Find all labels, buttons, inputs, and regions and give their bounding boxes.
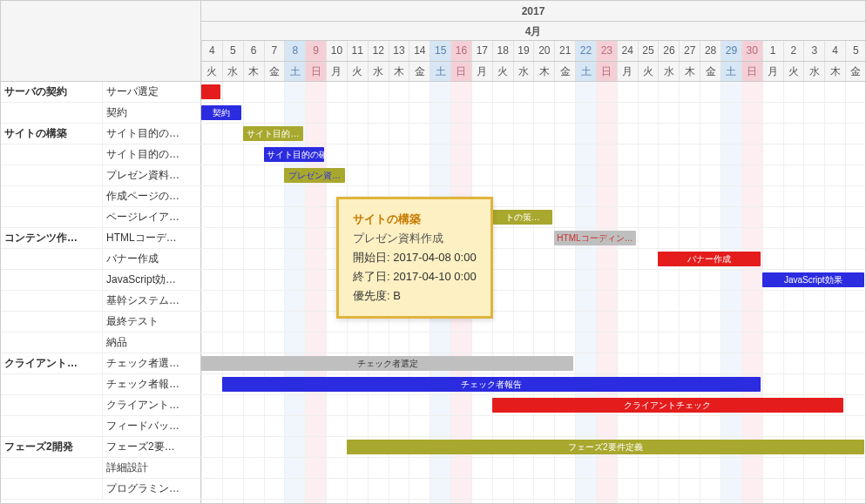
task-cell[interactable]: 作成ページの…: [102, 186, 201, 206]
category-cell: [1, 416, 102, 436]
day-number[interactable]: 6: [243, 41, 264, 61]
tooltip-end: 終了日: 2017-04-10 0:00: [353, 267, 477, 286]
day-of-week: 月: [471, 62, 492, 81]
day-number[interactable]: 12: [368, 41, 389, 61]
day-number[interactable]: 24: [617, 41, 638, 61]
day-of-week: 金: [409, 62, 430, 81]
category-cell: サーバの契約: [1, 82, 102, 102]
task-cell[interactable]: 最終テスト: [102, 312, 201, 332]
day-of-week: 月: [326, 62, 347, 81]
tooltip-start: 開始日: 2017-04-08 0:00: [353, 248, 477, 267]
day-of-week: 木: [533, 62, 554, 81]
gantt-row: 詳細設計: [1, 458, 866, 479]
day-of-week: 日: [450, 62, 471, 81]
day-number[interactable]: 2: [783, 41, 804, 61]
day-number[interactable]: 20: [533, 41, 554, 61]
task-cell[interactable]: クライアント…: [102, 395, 201, 415]
task-cell[interactable]: ページレイア…: [102, 207, 201, 227]
gantt-row: フェーズ2開発フェーズ2要…: [1, 437, 866, 458]
day-of-week: 火: [492, 62, 513, 81]
task-cell[interactable]: JavaScript効…: [102, 270, 201, 290]
day-of-week: 火: [638, 62, 659, 81]
day-of-week: 金: [700, 62, 721, 81]
day-number[interactable]: 21: [554, 41, 575, 61]
header-dows: 火水木金土日月火水木金土日月火水木金土日月火水木金土日月火水木金: [201, 62, 865, 82]
day-number[interactable]: 1: [762, 41, 783, 61]
task-cell[interactable]: 基幹システム…: [102, 291, 201, 311]
task-cell[interactable]: プログラミン…: [102, 479, 201, 499]
category-cell: クライアント…: [1, 353, 102, 373]
task-cell[interactable]: HTMLコーデ…: [102, 228, 201, 248]
day-number[interactable]: 4: [824, 41, 845, 61]
task-cell[interactable]: フィードバッ…: [102, 416, 201, 436]
gantt-row: サイトの構築サイト目的の…: [1, 124, 866, 144]
day-number[interactable]: 11: [347, 41, 368, 61]
day-of-week: 水: [368, 62, 389, 81]
day-number[interactable]: 5: [845, 41, 865, 61]
day-number[interactable]: 26: [658, 41, 679, 61]
task-cell[interactable]: サイト目的の…: [102, 124, 201, 144]
day-number[interactable]: 8: [284, 41, 305, 61]
category-cell: [1, 312, 102, 332]
task-cell[interactable]: チェック者報…: [102, 374, 201, 394]
day-of-week: 金: [845, 62, 865, 81]
gantt-row: フィードバッ…: [1, 416, 866, 437]
day-number[interactable]: 13: [389, 41, 409, 61]
gantt-row: クライアント…: [1, 395, 866, 416]
category-cell: [1, 479, 102, 499]
task-cell[interactable]: 契約: [102, 103, 201, 123]
day-number[interactable]: 15: [430, 41, 450, 61]
tooltip-task: プレゼン資料作成: [353, 229, 477, 248]
gantt-row: チェック者報…: [1, 374, 866, 395]
task-cell[interactable]: フェーズ2要…: [102, 437, 201, 457]
task-cell[interactable]: 詳細設計: [102, 458, 201, 478]
day-of-week: 月: [762, 62, 783, 81]
day-number[interactable]: 19: [513, 41, 534, 61]
day-number[interactable]: 5: [222, 41, 243, 61]
task-cell[interactable]: サイト目的の…: [102, 144, 201, 165]
category-cell: [1, 207, 102, 227]
day-of-week: 金: [264, 62, 285, 81]
task-cell[interactable]: プレゼン資料…: [102, 165, 201, 185]
category-cell: [1, 165, 102, 185]
header-days: 4567891011121314151617181920212223242526…: [201, 41, 865, 62]
day-of-week: 日: [596, 62, 617, 81]
day-number[interactable]: 16: [450, 41, 471, 61]
day-number[interactable]: 27: [679, 41, 700, 61]
task-cell[interactable]: サーバ選定: [102, 82, 201, 102]
category-cell: [1, 186, 102, 206]
day-number[interactable]: 30: [741, 41, 762, 61]
day-number[interactable]: 10: [326, 41, 347, 61]
gantt-row: プレゼン資料…: [1, 165, 866, 186]
day-number[interactable]: 4: [201, 41, 222, 61]
task-cell[interactable]: チェック者選…: [102, 353, 201, 373]
day-of-week: 土: [721, 62, 741, 81]
day-number[interactable]: 14: [409, 41, 430, 61]
left-header-blank: [1, 1, 201, 82]
day-number[interactable]: 22: [575, 41, 596, 61]
day-number[interactable]: 23: [596, 41, 617, 61]
day-number[interactable]: 18: [492, 41, 513, 61]
tooltip-category: サイトの構築: [353, 210, 477, 229]
gantt-row: クライアント…チェック者選…: [1, 353, 866, 374]
day-number[interactable]: 3: [803, 41, 824, 61]
day-of-week: 水: [658, 62, 679, 81]
category-cell: [1, 458, 102, 478]
category-cell: [1, 374, 102, 394]
task-cell[interactable]: 納品: [102, 333, 201, 353]
day-number[interactable]: 9: [305, 41, 326, 61]
day-number[interactable]: 25: [638, 41, 659, 61]
category-cell: [1, 291, 102, 311]
day-number[interactable]: 17: [471, 41, 492, 61]
category-cell: [1, 103, 102, 123]
day-number[interactable]: 28: [700, 41, 721, 61]
day-number[interactable]: 29: [721, 41, 741, 61]
day-of-week: 土: [284, 62, 305, 81]
day-of-week: 土: [575, 62, 596, 81]
task-cell[interactable]: バナー作成: [102, 249, 201, 269]
gantt-row: サーバの契約サーバ選定: [1, 82, 866, 103]
day-of-week: 水: [513, 62, 534, 81]
day-number[interactable]: 7: [264, 41, 285, 61]
day-of-week: 火: [201, 62, 222, 81]
day-of-week: 日: [305, 62, 326, 81]
